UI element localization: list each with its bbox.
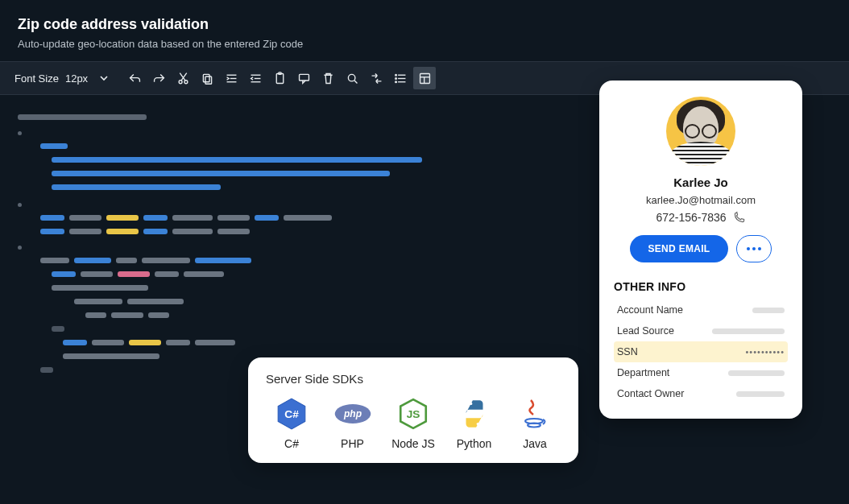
info-label: Department (617, 367, 669, 378)
other-info-title: OTHER INFO (614, 280, 788, 293)
info-value-placeholder (736, 391, 785, 397)
profile-phone: 672-156-7836 (614, 211, 788, 224)
undo-icon[interactable] (123, 67, 146, 89)
page-title: Zip code address validation (18, 16, 831, 33)
phone-icon (733, 211, 746, 224)
svg-rect-21 (420, 73, 429, 83)
profile-name: Karlee Jo (614, 176, 788, 189)
java-icon (516, 397, 554, 431)
indent-icon[interactable] (220, 67, 242, 89)
info-value-placeholder (728, 370, 785, 376)
info-row-lead-source: Lead Source (614, 320, 788, 341)
header: Zip code address validation Auto-update … (0, 0, 849, 61)
info-label: Contact Owner (617, 388, 684, 399)
info-row-contact-owner: Contact Owner (614, 383, 788, 404)
sdk-label: Node JS (391, 437, 435, 450)
sdk-item-php[interactable]: php PHP (327, 397, 379, 450)
python-icon (455, 397, 494, 431)
svg-rect-3 (205, 76, 212, 83)
info-label: SSN (617, 346, 638, 357)
sdk-card: Server Side SDKs C# C# php PHP JS Node J… (248, 357, 578, 463)
svg-point-19 (395, 77, 396, 79)
svg-point-30 (470, 403, 472, 405)
svg-rect-2 (203, 74, 209, 81)
comment-icon[interactable] (292, 67, 315, 89)
sdk-label: C# (284, 437, 299, 450)
sdk-item-csharp[interactable]: C# C# (266, 397, 317, 450)
page-subtitle: Auto-update geo-location data based on t… (18, 38, 831, 50)
info-label: Account Name (617, 304, 683, 316)
layout-icon[interactable] (413, 67, 436, 89)
profile-email: karlee.Jo@hotmail.com (614, 194, 788, 206)
svg-point-18 (395, 74, 396, 76)
list-icon[interactable] (389, 67, 412, 89)
info-value-placeholder (712, 328, 785, 334)
svg-text:php: php (343, 408, 362, 419)
avatar (666, 97, 735, 166)
send-email-button[interactable]: SEND EMAIL (630, 235, 727, 262)
paste-icon[interactable] (268, 67, 291, 89)
chevron-down-icon[interactable] (93, 67, 115, 89)
svg-point-13 (348, 74, 355, 81)
sdk-label: PHP (341, 437, 364, 450)
info-row-ssn: SSN •••••••••• (614, 341, 788, 362)
sdk-item-python[interactable]: Python (449, 397, 500, 450)
svg-rect-10 (276, 73, 284, 83)
copy-icon[interactable] (196, 67, 218, 89)
sdk-item-nodejs[interactable]: JS Node JS (387, 397, 439, 450)
info-row-department: Department (614, 362, 788, 383)
font-size-label: Font Size (14, 72, 59, 85)
font-size-value[interactable]: 12px (65, 72, 88, 85)
info-label: Lead Source (617, 325, 674, 337)
svg-rect-12 (299, 74, 309, 81)
replace-icon[interactable] (365, 67, 387, 89)
search-icon[interactable] (341, 67, 363, 89)
svg-point-33 (528, 423, 540, 428)
nodejs-icon: JS (394, 397, 433, 431)
info-value-placeholder (752, 308, 785, 313)
sdk-title: Server Side SDKs (266, 372, 561, 386)
php-icon: php (333, 397, 372, 431)
svg-point-31 (476, 423, 478, 425)
cut-icon[interactable] (172, 67, 194, 89)
info-row-account-name: Account Name (614, 300, 788, 320)
sdk-label: Java (523, 437, 547, 450)
svg-line-14 (354, 81, 357, 83)
svg-text:C#: C# (284, 408, 299, 420)
more-actions-button[interactable] (736, 235, 772, 262)
svg-point-20 (395, 81, 396, 82)
svg-text:JS: JS (407, 408, 420, 420)
redo-icon[interactable] (147, 67, 170, 89)
sdk-label: Python (457, 437, 492, 450)
info-value-masked: •••••••••• (745, 347, 785, 357)
phone-number: 672-156-7836 (656, 211, 726, 224)
profile-card: Karlee Jo karlee.Jo@hotmail.com 672-156-… (599, 81, 802, 419)
csharp-icon: C# (272, 397, 311, 431)
sdk-item-java[interactable]: Java (509, 397, 561, 450)
delete-icon[interactable] (317, 67, 339, 89)
app-window: Zip code address validation Auto-update … (0, 0, 849, 504)
outdent-icon[interactable] (244, 67, 267, 89)
